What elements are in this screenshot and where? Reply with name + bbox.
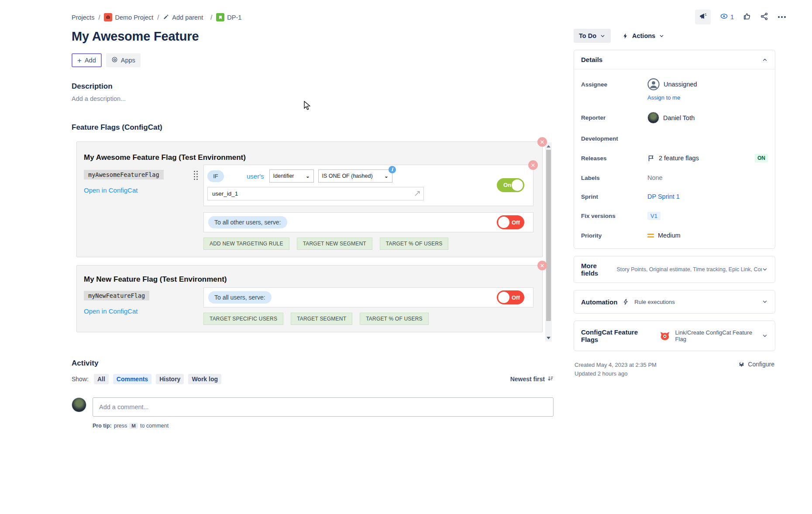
serve-row: To all other users, serve: Off [203,212,533,232]
share-button[interactable] [760,12,768,22]
automation-header[interactable]: Automation Rule executions [574,290,775,313]
labels-label: Labels [581,175,647,181]
thumbs-up-icon [743,12,751,22]
flag-toggle-off[interactable]: Off [497,290,524,304]
assignee-field[interactable]: Assignee Unassigned [581,78,768,90]
priority-medium-icon [647,234,654,238]
sort-icon [547,375,554,383]
vote-button[interactable] [743,12,751,22]
flag-title: My New Feature Flag (Test Environment) [84,275,533,284]
configcat-header[interactable]: ConfigCat Feature Flags Link/Create Conf… [574,321,775,351]
close-icon[interactable]: ✕ [537,137,547,147]
filter-history[interactable]: History [156,374,184,384]
info-icon[interactable]: i [389,166,396,173]
sort-order-label: Newest first [510,376,545,383]
target-new-segment-button[interactable]: TARGET NEW SEGMENT [297,238,372,250]
more-actions-button[interactable] [777,14,787,20]
configure-button[interactable]: Configure [738,361,774,368]
pro-tip-press: press [114,423,127,429]
watch-button[interactable]: 1 [719,12,734,22]
expand-icon[interactable] [414,190,421,199]
breadcrumb-separator: / [98,14,100,21]
attribute-select[interactable]: Identifier ⌄ [269,169,314,183]
flag-key-badge: myAwesomeFeatureFlag [84,170,164,179]
actions-label: Actions [632,32,655,39]
assign-to-me-link[interactable]: Assign to me [647,94,768,101]
sprint-link[interactable]: DP Sprint 1 [647,193,680,200]
breadcrumb-project-link[interactable]: Demo Project [104,13,153,21]
apps-button-label: Apps [121,57,135,64]
configure-label: Configure [748,361,774,368]
add-parent-button[interactable]: Add parent [163,14,203,21]
more-fields-header[interactable]: More fields Story Points, Original estim… [574,256,775,283]
attribute-select-value: Identifier [273,173,294,179]
close-icon[interactable]: ✕ [537,261,547,270]
open-in-configcat-link[interactable]: Open in ConfigCat [84,186,194,194]
scrollbar-thumb[interactable] [546,150,551,321]
serve-row: To all users, serve: Off [203,287,533,307]
sprint-label: Sprint [581,193,647,200]
lightning-icon [622,32,629,40]
vertical-scrollbar[interactable] [545,142,552,342]
toggle-label: Off [512,294,520,301]
scrollbar-down-arrow[interactable] [545,335,552,341]
filter-comments[interactable]: Comments [113,374,151,384]
actions-dropdown[interactable]: Actions [622,32,664,40]
chevron-down-icon: ⌄ [384,173,388,179]
rule-subject-label: user's [247,172,264,180]
feature-flag-on-badge: ON [755,154,768,162]
filter-all[interactable]: All [94,374,109,384]
ellipsis-icon [777,14,787,20]
feedback-megaphone-button[interactable] [695,10,711,24]
description-heading: Description [72,82,554,91]
status-dropdown[interactable]: To Do [574,29,611,43]
filter-worklog[interactable]: Work log [188,374,221,384]
pro-tip-prefix: Pro tip: [93,423,112,429]
chevron-down-icon [600,33,606,39]
share-icon [760,12,768,22]
add-targeting-rule-button[interactable]: ADD NEW TARGETING RULE [203,238,289,250]
if-badge: IF [207,170,224,182]
priority-field[interactable]: Priority Medium [581,232,768,239]
drag-handle-icon[interactable] [194,171,201,180]
user-avatar[interactable] [72,397,86,412]
reporter-field[interactable]: Reporter Daniel Toth [581,112,768,124]
comparison-value-input[interactable] [207,187,424,200]
updated-timestamp: Updated 2 hours ago [575,369,657,378]
breadcrumb: Projects / Demo Project / Add parent / D… [72,0,554,21]
flag-title: My Awesome Feature Flag (Test Environmen… [84,153,533,162]
apps-button[interactable]: Apps [106,53,141,67]
breadcrumb-separator: / [157,14,159,21]
created-timestamp: Created May 4, 2023 at 2:35 PM [575,361,657,369]
sprint-field[interactable]: Sprint DP Sprint 1 [581,193,768,200]
fix-versions-label: Fix versions [581,213,647,219]
comparator-select-value: IS ONE OF (hashed) [322,173,373,179]
comment-input[interactable] [93,397,554,417]
target-percent-users-button[interactable]: TARGET % OF USERS [380,238,449,250]
add-button[interactable]: + Add [72,53,102,67]
fix-versions-field[interactable]: Fix versions V1 [581,212,768,220]
version-badge[interactable]: V1 [647,212,661,220]
serve-label: To all other users, serve: [208,216,287,228]
flag-toggle-off[interactable]: Off [497,215,524,229]
priority-label: Priority [581,232,647,239]
target-percent-users-button[interactable]: TARGET % OF USERS [360,313,429,325]
releases-field[interactable]: Releases 2 feature flags ON [581,154,768,162]
flag-toggle-on[interactable]: On [497,178,524,192]
close-icon[interactable]: ✕ [528,160,538,170]
target-specific-users-button[interactable]: TARGET SPECIFIC USERS [203,313,283,325]
more-fields-summary: Story Points, Original estimate, Time tr… [617,266,762,273]
breadcrumb-issue-link[interactable]: DP-1 [216,13,241,21]
labels-field[interactable]: Labels None [581,174,768,181]
toggle-knob [498,292,509,303]
details-panel-header[interactable]: Details [574,50,775,69]
sort-order-button[interactable]: Newest first [510,375,554,383]
open-in-configcat-link[interactable]: Open in ConfigCat [84,307,194,315]
automation-panel: Automation Rule executions [574,290,775,314]
toggle-knob [498,217,509,228]
description-placeholder[interactable]: Add a description... [72,95,554,102]
comparator-select[interactable]: IS ONE OF (hashed) ⌄ i [318,169,392,183]
target-segment-button[interactable]: TARGET SEGMENT [291,313,352,325]
breadcrumb-projects-link[interactable]: Projects [72,14,94,21]
assignee-label: Assignee [581,81,647,88]
